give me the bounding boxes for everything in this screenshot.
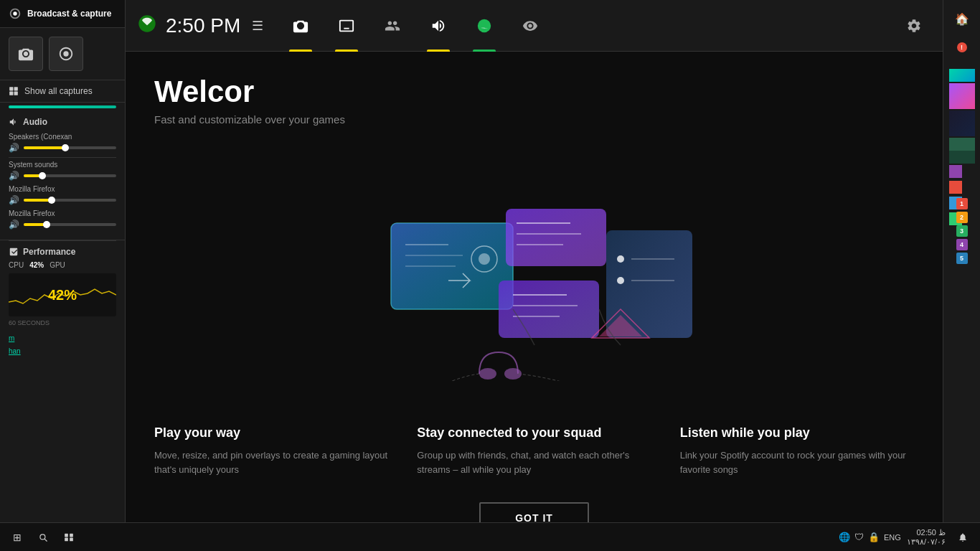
feature-squad-title: Stay connected to your squad [417,425,651,441]
cpu-percent-label: 42% [48,287,77,303]
search-button[interactable] [32,526,55,549]
features-section: Play your way Move, resize, and pin over… [126,425,943,491]
panel-title: Broadcast & capture [27,9,111,19]
time-display: 2:50 PM [166,14,240,37]
feature-spotify-desc: Link your Spotify account to rock your g… [680,448,914,476]
screenshot-button[interactable] [9,37,43,71]
color-swatch-2[interactable] [949,83,975,109]
performance-section: Performance CPU 42% GPU 42% 60 SECONDS m… [0,241,125,362]
number-boxes: 1 2 3 4 5 [956,198,968,264]
svg-rect-3 [14,87,18,90]
left-panel: Broadcast & capture Show all captures [0,0,126,551]
feature-spotify-title: Listen while you play [680,425,914,441]
feature-play-desc: Move, resize, and pin overlays to create… [154,448,388,476]
nav-capture-button[interactable] [278,0,324,52]
taskbar-shield-icon[interactable]: 🛡 [854,532,864,542]
svg-rect-39 [65,537,68,541]
volume-icon-2: 🔊 [9,171,19,181]
color-swatch-dark[interactable] [949,165,975,191]
volume-icon-3: 🔊 [9,195,19,205]
show-all-captures-link[interactable]: Show all captures [0,80,125,103]
audio-device-system: System sounds 🔊 [9,161,116,181]
taskbar-vpn-icon[interactable]: 🔒 [868,532,880,542]
num-box-red[interactable]: 1 [956,198,968,209]
color-swatch-1[interactable] [949,69,975,82]
speakers-volume-row: 🔊 [9,143,116,153]
performance-title: Performance [9,247,116,257]
notifications-button[interactable] [951,526,974,549]
svg-rect-34 [949,151,975,164]
speakers-slider[interactable] [24,146,116,149]
num-box-green[interactable]: 3 [956,225,968,237]
welcome-subtitle: Fast and customizable over your games [154,113,914,126]
feature-squad-desc: Group up with friends, chat, and watch e… [417,448,651,476]
nav-icons [278,0,897,52]
color-palette [949,69,975,191]
svg-rect-4 [9,92,13,95]
welcome-title: Welcor [154,75,914,109]
num-box-orange[interactable]: 2 [956,212,968,223]
perf-metrics: CPU 42% GPU [9,261,116,269]
nav-friends-button[interactable] [369,0,415,52]
perf-link-1[interactable]: m [9,334,14,342]
svg-point-24 [617,255,624,263]
screen-indicator [335,50,358,52]
system-volume-row: 🔊 [9,171,116,181]
hero-illustration [126,137,943,425]
num-box-purple[interactable]: 4 [956,239,968,250]
nav-audio-button[interactable] [415,0,461,52]
nav-spotify-button[interactable] [461,0,507,52]
spotify-indicator [473,50,496,52]
settings-button[interactable] [897,9,931,43]
capture-indicator [289,50,312,52]
notif-badge-red: ! [949,34,975,60]
color-swatch-3[interactable] [949,110,975,136]
firefox1-slider[interactable] [24,199,116,202]
svg-rect-5 [14,92,18,95]
record-button[interactable] [49,37,83,71]
nav-lfg-button[interactable] [507,0,553,52]
feature-play: Play your way Move, resize, and pin over… [154,425,388,476]
top-bar: 2:50 PM ☰ [126,0,943,52]
svg-point-30 [479,368,496,380]
svg-point-14 [479,253,490,265]
audio-section-title: Audio [9,117,116,127]
green-progress-bar [9,105,116,108]
start-button[interactable]: ⊞ [6,526,29,549]
task-view-button[interactable] [57,526,80,549]
svg-point-1 [63,51,68,56]
taskbar-lang-label[interactable]: ENG [884,533,901,542]
svg-rect-2 [9,87,13,90]
nav-screen-button[interactable] [324,0,369,52]
svg-point-0 [13,11,17,15]
taskbar-right: 🌐 🛡 🔒 ENG 02:50 ظ ۱۳۹۸/۰۷/۰۶ [839,526,974,549]
taskbar: ⊞ 🌐 🛡 🔒 ENG 02:50 ظ ۱۳۹۸/۰۷/۰۶ [0,522,980,551]
cpu-chart: 42% [9,273,116,316]
num-box-blue[interactable]: 5 [956,253,968,264]
hero-svg [348,180,721,381]
wallpaper-preview[interactable] [949,138,975,164]
svg-rect-33 [949,138,975,151]
audio-device-firefox2: Mozilla Firefox 🔊 [9,209,116,230]
panel-header: Broadcast & capture [0,0,125,28]
taskbar-network-icon[interactable]: 🌐 [839,532,850,542]
svg-point-7 [478,19,491,32]
volume-icon: 🔊 [9,143,19,153]
audio-section: Audio Speakers (Conexan 🔊 System sounds … [0,111,125,240]
svg-rect-15 [506,209,606,266]
home-icon[interactable]: 🏠 [949,6,975,32]
audio-device-firefox1: Mozilla Firefox 🔊 [9,185,116,205]
svg-rect-38 [70,533,73,537]
welcome-area: Welcor Fast and customizable over your g… [126,52,943,137]
svg-line-36 [44,539,47,541]
svg-rect-37 [65,533,68,537]
audio-device-speakers: Speakers (Conexan 🔊 [9,133,116,153]
taskbar-time: 02:50 ظ ۱۳۹۸/۰۷/۰۶ [907,528,946,547]
broadcast-icon [9,7,22,20]
system-slider[interactable] [24,174,116,177]
taskbar-icons: 🌐 🛡 🔒 ENG [839,532,901,542]
hamburger-button[interactable]: ☰ [249,15,266,37]
firefox2-slider[interactable] [24,223,116,226]
firefox1-volume-row: 🔊 [9,195,116,205]
perf-link-2[interactable]: han [9,347,21,355]
